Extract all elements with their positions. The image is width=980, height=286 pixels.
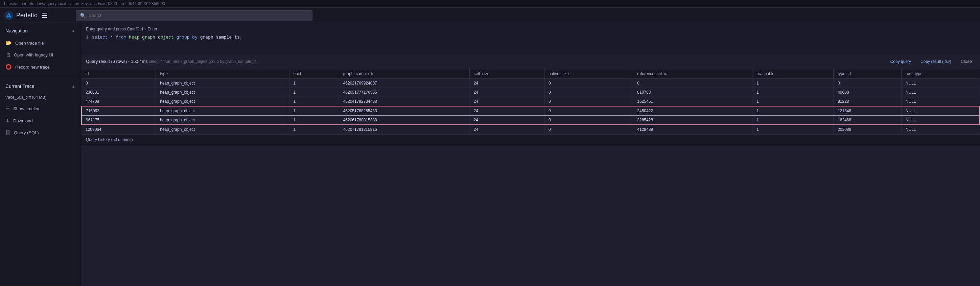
open-trace-file-icon: 📂 <box>5 40 12 46</box>
cell-id: 236631 <box>81 88 156 97</box>
navigation-section-header[interactable]: Navigation ▲ <box>0 23 81 37</box>
sidebar-item-record-new-trace[interactable]: ⭕ Record new trace <box>0 61 81 73</box>
cell-root_type: NULL <box>901 79 980 88</box>
topbar: Perfetto ☰ 🔍 <box>0 8 980 23</box>
search-bar[interactable]: 🔍 <box>76 10 312 21</box>
col-type: type <box>156 69 289 79</box>
cell-graph_sample_ts: 462051768285433 <box>339 106 469 116</box>
query-hint: Enter query and press Cmd/Ctrl + Enter <box>81 23 980 33</box>
table-row[interactable]: 716093heap_graph_object14620517682854332… <box>81 106 980 116</box>
query-sql-icon: 🗄 <box>5 130 11 135</box>
close-result-button[interactable]: Close <box>957 57 975 65</box>
cell-root_type: NULL <box>901 97 980 106</box>
cell-type_id: 121848 <box>834 106 902 116</box>
col-reachable: reachable <box>752 69 834 79</box>
sidebar-divider <box>0 76 81 76</box>
result-title: Query result (6 rows) - 150.4ms select *… <box>86 59 884 64</box>
sidebar-item-label: Record new trace <box>15 65 50 70</box>
trace-name: trace_60s_diff (84 MB) <box>0 92 81 102</box>
url-bar: https://ui.perfetto.dev/#;query:local_ca… <box>0 0 980 8</box>
cell-native_size: 0 <box>544 88 633 97</box>
cell-native_size: 0 <box>544 116 633 125</box>
sidebar-item-open-legacy-ui[interactable]: 🖥 Open with legacy UI <box>0 49 81 61</box>
navigation-label: Navigation <box>5 28 28 33</box>
table-row[interactable]: 1209064heap_graph_object1462071781315916… <box>81 125 980 134</box>
cell-root_type: NULL <box>901 125 980 134</box>
col-root-type: root_type <box>901 69 980 79</box>
copy-result-button[interactable]: Copy result (.tsv) <box>917 58 955 65</box>
table-row[interactable]: 474708heap_graph_object14620417827344382… <box>81 97 980 106</box>
col-self-size: self_size <box>469 69 544 79</box>
cell-type_id: 162468 <box>834 116 902 125</box>
sidebar: Navigation ▲ 📂 Open trace file 🖥 Open wi… <box>0 23 81 286</box>
cell-native_size: 0 <box>544 125 633 134</box>
cell-type_id: 81228 <box>834 97 902 106</box>
kw-from: from <box>116 35 126 40</box>
sidebar-item-query-sql[interactable]: 🗄 Query (SQL) <box>0 127 81 138</box>
svg-point-0 <box>5 11 13 20</box>
cell-graph_sample_ts: 462041782734438 <box>339 97 469 106</box>
result-area: Query result (6 rows) - 150.4ms select *… <box>81 54 980 286</box>
url-text: https://ui.perfetto.dev/#;query:local_ca… <box>4 2 165 6</box>
cell-graph_sample_ts: 462071781315916 <box>339 125 469 134</box>
copy-query-button[interactable]: Copy query <box>887 58 915 65</box>
cell-root_type: NULL <box>901 106 980 116</box>
cell-self_size: 24 <box>469 79 544 88</box>
logo-area: Perfetto ☰ <box>4 10 72 21</box>
sidebar-item-label: Open with legacy UI <box>14 52 53 57</box>
cell-type_id: 203088 <box>834 125 902 134</box>
cell-reference_set_id: 0 <box>633 79 752 88</box>
cell-native_size: 0 <box>544 106 633 116</box>
search-input[interactable] <box>89 13 308 18</box>
cell-type: heap_graph_object <box>156 88 289 97</box>
sidebar-item-show-timeline[interactable]: ☰ Show timeline <box>0 102 81 114</box>
col-upid: upid <box>289 69 339 79</box>
sidebar-item-label: Download <box>13 118 33 123</box>
cell-type: heap_graph_object <box>156 106 289 116</box>
cell-self_size: 24 <box>469 88 544 97</box>
record-new-trace-icon: ⭕ <box>5 64 12 70</box>
kw-group: group <box>177 35 190 40</box>
sidebar-item-label: Query (SQL) <box>14 130 39 135</box>
sidebar-item-label: Open trace file <box>15 41 44 46</box>
col-graph-sample-ts: graph_sample_ts <box>339 69 469 79</box>
table-header-row: id type upid graph_sample_ts self_size n… <box>81 69 980 79</box>
cell-graph_sample_ts: 462031777176566 <box>339 88 469 97</box>
query-editor[interactable]: 1select * from heap_graph_object group b… <box>81 33 980 54</box>
navigation-chevron-icon: ▲ <box>72 29 75 33</box>
cell-id: 716093 <box>81 106 156 116</box>
sidebar-item-open-trace-file[interactable]: 📂 Open trace file <box>0 37 81 49</box>
table-row[interactable]: 236631heap_graph_object14620317771765662… <box>81 88 980 97</box>
sidebar-item-label: Show timeline <box>13 106 41 111</box>
cell-type: heap_graph_object <box>156 97 289 106</box>
cell-native_size: 0 <box>544 97 633 106</box>
open-legacy-ui-icon: 🖥 <box>5 52 11 58</box>
cell-self_size: 24 <box>469 116 544 125</box>
show-timeline-icon: ☰ <box>5 105 10 111</box>
cell-reachable: 1 <box>752 79 834 88</box>
col-native-size: native_size <box>544 69 633 79</box>
kw-by: by <box>192 35 197 40</box>
col-reference-set-id: reference_set_id <box>633 69 752 79</box>
cell-reachable: 1 <box>752 125 834 134</box>
cell-upid: 1 <box>289 125 339 134</box>
cell-type: heap_graph_object <box>156 116 289 125</box>
table-row[interactable]: 0heap_graph_object1462021769924007240010… <box>81 79 980 88</box>
table-name: heap_graph_object <box>129 35 174 40</box>
cell-type_id: 40608 <box>834 88 902 97</box>
table-row[interactable]: 961175heap_graph_object14620617808153882… <box>81 116 980 125</box>
cell-id: 1209064 <box>81 125 156 134</box>
cell-upid: 1 <box>289 106 339 116</box>
sidebar-item-download[interactable]: ⬇ Download <box>0 114 81 127</box>
query-history-header[interactable]: Query history (50 queries) <box>81 134 980 145</box>
cell-upid: 1 <box>289 97 339 106</box>
hamburger-button[interactable]: ☰ <box>40 10 49 21</box>
cell-reachable: 1 <box>752 106 834 116</box>
cell-id: 474708 <box>81 97 156 106</box>
main-layout: Navigation ▲ 📂 Open trace file 🖥 Open wi… <box>0 23 980 286</box>
cell-type: heap_graph_object <box>156 125 289 134</box>
search-icon: 🔍 <box>80 13 86 18</box>
current-trace-chevron-icon: ▲ <box>72 84 75 89</box>
cell-reference_set_id: 810768 <box>633 88 752 97</box>
current-trace-section-header[interactable]: Current Trace ▲ <box>0 79 81 92</box>
